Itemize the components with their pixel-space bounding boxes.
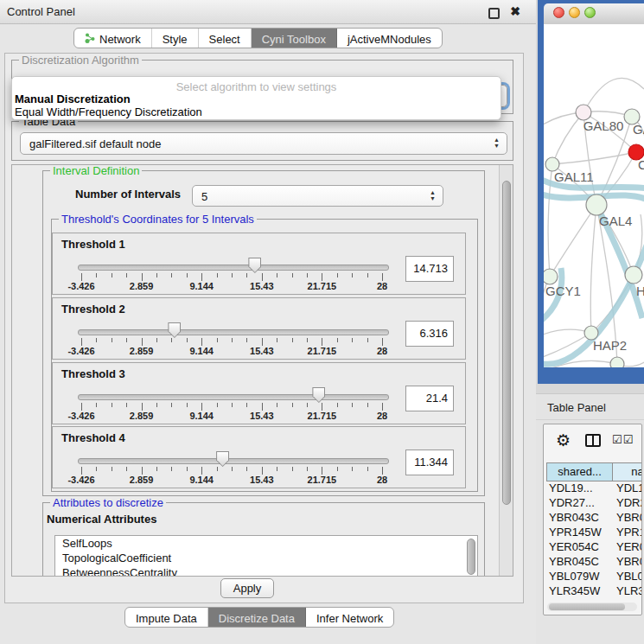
tab-jactivemnodules[interactable]: jActiveMNodules — [337, 29, 442, 48]
table-row[interactable]: YLR345WYLR34 — [546, 584, 642, 599]
table-row[interactable]: YBL079WYBL07 — [546, 570, 642, 584]
numerical-attributes-label: Numerical Attributes — [47, 513, 156, 526]
attribute-list-item[interactable]: TopologicalCoefficient — [55, 551, 477, 565]
slider-tick — [81, 467, 82, 475]
select-checkboxes-icon[interactable]: ☑☑ — [612, 433, 634, 446]
slider-tick-label: 21.715 — [303, 475, 341, 485]
network-node[interactable] — [625, 266, 642, 284]
slider-tick — [126, 338, 127, 342]
threshold-4-slider[interactable] — [78, 458, 389, 464]
slider-tick — [142, 403, 143, 411]
slider-thumb[interactable] — [312, 387, 325, 403]
slider-tick — [367, 273, 368, 277]
threshold-4-label: Threshold 4 — [61, 431, 125, 444]
tab-select[interactable]: Select — [199, 29, 252, 48]
threshold-3-slider[interactable] — [78, 394, 389, 400]
slider-tick-label: 15.43 — [243, 411, 281, 421]
threshold-1-value-field[interactable]: 14.713 — [405, 256, 454, 282]
slider-tick — [217, 338, 218, 342]
number-of-intervals-combo[interactable]: 5 ▲▼ — [192, 185, 443, 207]
table-row[interactable]: YPR145WYPR14 — [546, 526, 642, 540]
table-row[interactable]: YIL052CYIL05 — [546, 599, 642, 602]
table-row[interactable]: YER054CYER05 — [546, 540, 642, 555]
network-canvas[interactable]: GAL80GACGAL11GAL4GCY1HHAP2 — [544, 24, 644, 367]
tab-infer-network[interactable]: Infer Network — [306, 608, 393, 627]
tab-impute-data[interactable]: Impute Data — [125, 608, 208, 627]
threshold-1-slider[interactable] — [78, 265, 389, 271]
slider-tick — [246, 338, 247, 342]
slider-tick — [246, 467, 247, 471]
slider-tick-label: 28 — [363, 475, 401, 485]
slider-tick — [171, 273, 172, 277]
cyni-mode-tabs: Impute DataDiscretize DataInfer Network — [124, 607, 394, 628]
gear-icon[interactable]: ⚙ — [556, 430, 571, 450]
settings-scrollbar-thumb[interactable] — [502, 181, 511, 505]
slider-thumb[interactable] — [216, 451, 229, 467]
slider-tick — [112, 338, 112, 342]
slider-tick — [96, 403, 97, 407]
table-data-combo[interactable]: galFiltered.sif default node ▲▼ — [20, 132, 507, 155]
threshold-3-value-field[interactable]: 21.4 — [405, 386, 454, 411]
dropdown-option-equal-width[interactable]: Equal Width/Frequency Discretization — [15, 105, 202, 118]
algorithm-dropdown-popup: Select algorithm to view settings Manual… — [11, 76, 501, 120]
network-edge[interactable] — [550, 205, 596, 277]
minimize-traffic-light-icon[interactable] — [569, 7, 580, 18]
threshold-4-value-field[interactable]: 11.344 — [405, 450, 454, 475]
apply-button[interactable]: Apply — [220, 578, 274, 598]
tab-network[interactable]: Network — [74, 29, 152, 48]
attribute-list-item[interactable]: BetweennessCentrality — [55, 565, 477, 577]
tab-discretize-data[interactable]: Discretize Data — [208, 608, 306, 627]
column-header-name[interactable]: name — [612, 462, 642, 481]
network-node[interactable] — [610, 357, 624, 367]
table-row[interactable]: YBR045CYBR04 — [546, 555, 642, 570]
tab-cyni-toolbox[interactable]: Cyni Toolbox — [252, 29, 337, 48]
network-node-label: GAL11 — [554, 169, 594, 184]
slider-tick-label: -3.426 — [62, 281, 100, 291]
control-panel-tabs: NetworkStyleSelectCyni ToolboxjActiveMNo… — [73, 28, 443, 48]
attribute-list-item[interactable]: SelfLoops — [55, 536, 477, 551]
network-edge[interactable] — [552, 152, 636, 164]
table-panel-titlebar: Table Panel — [536, 393, 644, 420]
threshold-2-slider[interactable] — [78, 329, 389, 335]
slider-tick — [81, 403, 82, 411]
tab-label: Select — [209, 33, 240, 46]
column-header-shared-name[interactable]: shared... — [546, 462, 613, 481]
slider-tick — [232, 467, 233, 471]
slider-thumb[interactable] — [168, 322, 181, 338]
combo-stepper-icon: ▲▼ — [494, 137, 500, 149]
tab-style[interactable]: Style — [152, 29, 199, 48]
cell-shared-name: YDL19... — [549, 481, 593, 495]
slider-tick — [81, 273, 82, 281]
zoom-traffic-light-icon[interactable] — [584, 7, 596, 18]
table-row[interactable]: YDR27...YDR27 — [546, 496, 642, 511]
network-edge[interactable] — [590, 205, 596, 333]
float-window-icon[interactable] — [488, 8, 500, 19]
table-horizontal-scrollbar-thumb[interactable] — [549, 603, 625, 610]
table-horizontal-scrollbar[interactable] — [547, 603, 637, 611]
numerical-attributes-list[interactable]: SelfLoopsTopologicalCoefficientBetweenne… — [54, 535, 478, 577]
network-node[interactable] — [544, 269, 558, 284]
network-node-label: HAP2 — [593, 338, 627, 353]
slider-tick — [277, 338, 277, 342]
close-traffic-light-icon[interactable] — [553, 7, 564, 18]
network-node[interactable] — [586, 194, 607, 215]
table-row[interactable]: YBR043CYBR04 — [546, 511, 642, 526]
threshold-2-value-field[interactable]: 6.316 — [405, 321, 454, 347]
network-edge[interactable] — [583, 78, 644, 112]
close-icon[interactable]: ✖ — [510, 4, 520, 18]
cell-shared-name: YLR345W — [549, 584, 600, 598]
slider-thumb[interactable] — [248, 258, 261, 273]
slider-tick — [112, 273, 112, 277]
slider-tick-label: 2.859 — [123, 281, 161, 291]
list-scrollbar[interactable] — [467, 539, 475, 575]
table-row[interactable]: YDL19...YDL19 — [546, 481, 642, 496]
network-edge[interactable] — [552, 112, 583, 164]
cell-shared-name: YBR043C — [549, 511, 599, 525]
dropdown-placeholder-option[interactable]: Select algorithm to view settings — [12, 80, 501, 93]
settings-scrollbar[interactable] — [499, 165, 513, 576]
tab-label: Discretize Data — [219, 612, 295, 625]
dropdown-option-manual[interactable]: Manual Discretization — [15, 92, 131, 105]
slider-tick — [292, 403, 293, 407]
columns-icon[interactable] — [585, 434, 601, 447]
slider-tick — [171, 467, 172, 471]
